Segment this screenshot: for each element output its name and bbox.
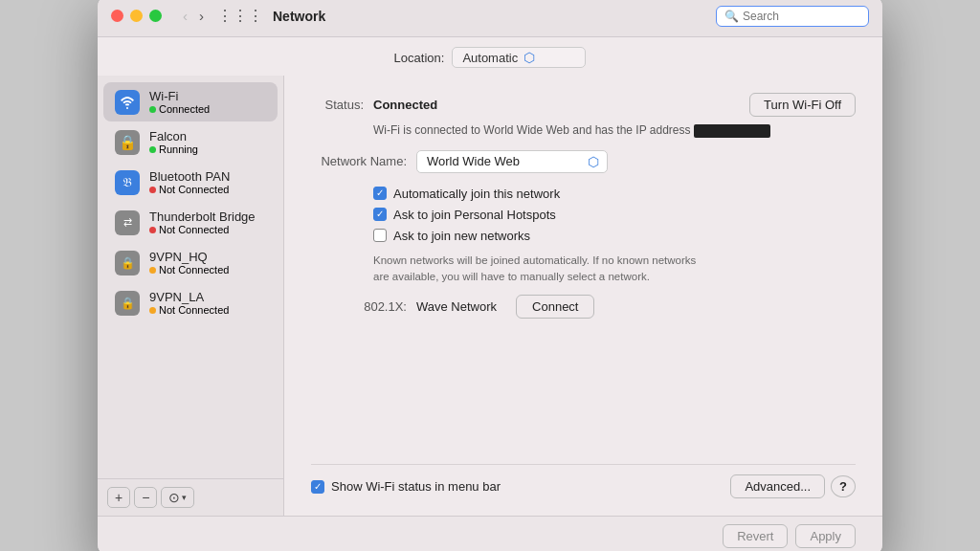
location-bar: Location: Automatic ⬡ <box>98 37 882 76</box>
thunderbolt-item-status: Not Connected <box>149 224 256 235</box>
status-row: Status: Connected Turn Wi-Fi Off <box>311 93 856 117</box>
sidebar-item-9vpn-hq[interactable]: 🔒 9VPN_HQ Not Connected <box>103 243 278 282</box>
dot8021x-label: 802.1X: <box>311 299 407 314</box>
settings-icon: ⊙ <box>168 490 180 505</box>
9vpn-la-item-info: 9VPN_LA Not Connected <box>149 290 229 316</box>
system-preferences-window: ‹ › ⋮⋮⋮ Network 🔍 Location: Automatic ⬡ <box>98 0 882 551</box>
maximize-button[interactable] <box>149 10 162 22</box>
apply-button[interactable]: Apply <box>795 524 856 548</box>
9vpn-hq-item-status: Not Connected <box>149 264 229 276</box>
ask-new-label: Ask to join new networks <box>393 229 530 243</box>
auto-join-checkbox[interactable] <box>373 187 387 200</box>
settings-button[interactable]: ⊙ ▾ <box>161 487 194 508</box>
svg-point-0 <box>126 107 128 109</box>
show-wifi-row: Show Wi-Fi status in menu bar <box>311 479 501 494</box>
remove-network-button[interactable]: − <box>134 487 157 508</box>
ask-new-checkbox[interactable] <box>373 229 387 242</box>
network-name-value: World Wide Web <box>427 154 582 168</box>
sidebar-item-9vpn-la[interactable]: 🔒 9VPN_LA Not Connected <box>103 283 278 322</box>
network-name-label: Network Name: <box>311 154 407 168</box>
auto-join-label: Automatically join this network <box>393 187 560 201</box>
sidebar-item-falcon[interactable]: 🔒 Falcon Running <box>103 122 278 162</box>
bottom-right-buttons: Advanced... ? <box>730 474 856 498</box>
nav-arrows: ‹ › <box>179 6 208 26</box>
thunderbolt-icon: ⇄ <box>115 210 140 235</box>
revert-button[interactable]: Revert <box>723 524 788 548</box>
network-dropdown-arrow: ⬡ <box>588 154 599 169</box>
show-wifi-checkbox[interactable] <box>311 480 324 494</box>
wifi-icon <box>115 90 140 115</box>
sidebar-item-wifi[interactable]: Wi-Fi Connected <box>103 82 278 121</box>
9vpn-la-item-status: Not Connected <box>149 304 229 316</box>
ask-hotspot-checkbox[interactable] <box>373 208 387 221</box>
thunderbolt-status-dot <box>149 227 156 233</box>
location-label: Location: <box>394 51 445 65</box>
grid-icon: ⋮⋮⋮ <box>217 7 263 25</box>
falcon-status-dot <box>149 146 156 153</box>
falcon-item-name: Falcon <box>149 129 198 143</box>
window-title: Network <box>273 9 325 24</box>
sidebar-item-bluetooth[interactable]: 𝔅 Bluetooth PAN Not Connected <box>103 163 278 202</box>
9vpn-hq-icon: 🔒 <box>115 251 140 276</box>
status-description: Wi-Fi is connected to World Wide Web and… <box>373 122 856 139</box>
location-dropdown-arrow: ⬡ <box>523 50 535 65</box>
bluetooth-item-name: Bluetooth PAN <box>149 169 230 184</box>
ip-address-redacted <box>694 124 770 138</box>
auto-join-row: Automatically join this network <box>373 187 856 201</box>
sidebar-list: Wi-Fi Connected 🔒 Falcon Running <box>98 76 283 478</box>
wifi-item-info: Wi-Fi Connected <box>149 89 210 115</box>
traffic-lights <box>111 10 162 22</box>
ask-hotspot-label: Ask to join Personal Hotspots <box>393 208 556 222</box>
network-name-row: Network Name: World Wide Web ⬡ <box>311 150 856 173</box>
detail-panel: Status: Connected Turn Wi-Fi Off Wi-Fi i… <box>284 76 882 516</box>
9vpn-la-icon: 🔒 <box>115 291 140 316</box>
show-wifi-label: Show Wi-Fi status in menu bar <box>331 479 501 494</box>
wifi-off-button[interactable]: Turn Wi-Fi Off <box>749 93 856 117</box>
9vpn-la-item-name: 9VPN_LA <box>149 290 229 304</box>
search-icon: 🔍 <box>724 10 739 23</box>
help-button[interactable]: ? <box>831 475 856 497</box>
back-button[interactable]: ‹ <box>179 6 191 26</box>
bluetooth-icon: 𝔅 <box>115 170 140 195</box>
options-section: Automatically join this network Ask to j… <box>373 187 856 243</box>
9vpn-hq-item-name: 9VPN_HQ <box>149 250 229 264</box>
ask-hotspot-row: Ask to join Personal Hotspots <box>373 208 856 222</box>
forward-button[interactable]: › <box>195 6 208 26</box>
falcon-item-info: Falcon Running <box>149 129 198 155</box>
search-box[interactable]: 🔍 <box>716 6 869 27</box>
thunderbolt-item-name: Thunderbolt Bridge <box>149 209 256 224</box>
dot8021x-value: Wave Network <box>416 299 497 314</box>
status-value: Connected <box>373 98 437 112</box>
bottom-bar: Show Wi-Fi status in menu bar Advanced..… <box>311 464 856 498</box>
sidebar-item-thunderbolt[interactable]: ⇄ Thunderbolt Bridge Not Connected <box>103 203 278 242</box>
wifi-status-dot <box>149 106 156 113</box>
location-value: Automatic <box>462 51 518 65</box>
wifi-item-name: Wi-Fi <box>149 89 210 103</box>
advanced-button[interactable]: Advanced... <box>730 474 825 498</box>
location-select[interactable]: Automatic ⬡ <box>452 47 586 68</box>
dot8021x-row: 802.1X: Wave Network Connect <box>311 295 856 319</box>
close-button[interactable] <box>111 10 123 22</box>
wifi-item-status: Connected <box>149 103 210 115</box>
sidebar: Wi-Fi Connected 🔒 Falcon Running <box>98 76 284 516</box>
bluetooth-item-status: Not Connected <box>149 184 230 195</box>
sidebar-footer: + − ⊙ ▾ <box>98 478 283 516</box>
9vpn-hq-status-dot <box>149 267 156 274</box>
settings-dropdown-icon: ▾ <box>182 493 187 502</box>
network-name-select[interactable]: World Wide Web ⬡ <box>416 150 608 173</box>
main-content: Wi-Fi Connected 🔒 Falcon Running <box>98 76 882 516</box>
titlebar: ‹ › ⋮⋮⋮ Network 🔍 <box>98 0 882 37</box>
thunderbolt-item-info: Thunderbolt Bridge Not Connected <box>149 209 256 235</box>
bluetooth-item-info: Bluetooth PAN Not Connected <box>149 169 230 195</box>
footer-row: Revert Apply <box>98 516 882 551</box>
search-input[interactable] <box>743 10 860 23</box>
9vpn-la-status-dot <box>149 307 156 314</box>
bluetooth-status-dot <box>149 187 156 193</box>
falcon-icon: 🔒 <box>115 130 140 155</box>
help-text: Known networks will be joined automatica… <box>373 253 699 286</box>
add-network-button[interactable]: + <box>107 487 130 508</box>
minimize-button[interactable] <box>130 10 143 22</box>
status-label: Status: <box>311 98 364 112</box>
9vpn-hq-item-info: 9VPN_HQ Not Connected <box>149 250 229 276</box>
connect-button[interactable]: Connect <box>516 295 594 319</box>
